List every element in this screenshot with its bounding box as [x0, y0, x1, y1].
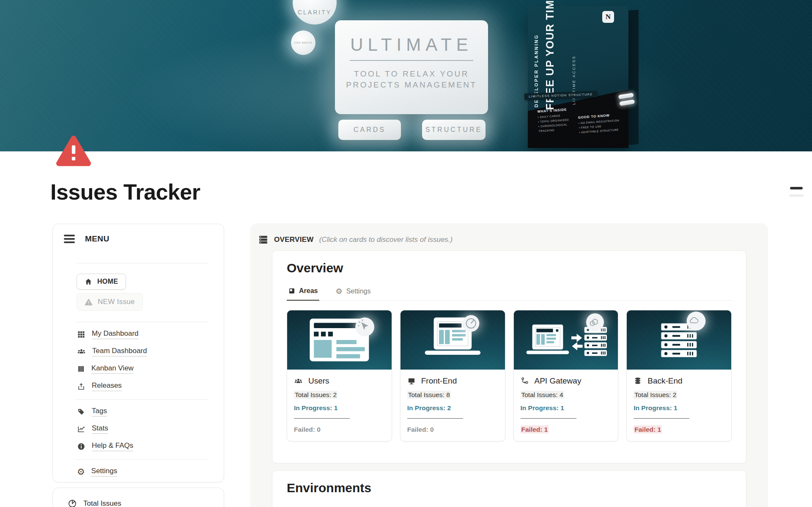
tab-settings[interactable]: ⚙ Settings [334, 288, 372, 300]
area-card-front-end[interactable]: Front-End Total Issues: 8 In Progress: 2… [400, 310, 505, 441]
hamburger-icon[interactable] [64, 235, 75, 243]
in-progress-stat: In Progress: 1 [294, 404, 385, 412]
area-card-name: Users [308, 376, 329, 386]
clarity-bubble-label: CLARITY [298, 9, 332, 16]
tab-areas[interactable]: Areas [287, 287, 319, 301]
front-end-illustration [401, 310, 505, 370]
hero-cards-button: CARDS [338, 120, 401, 140]
second-brain-bubble-label: 2ND BRAIN [294, 41, 313, 44]
notion-logo: N [602, 11, 614, 23]
area-card-name: API Gateway [535, 376, 582, 386]
users-icon [294, 377, 303, 386]
stat-divider [634, 418, 689, 419]
sidebar-item-label: My Dashboard [92, 329, 139, 339]
menu-title: MENU [85, 234, 110, 244]
failed-stat: Failed: 1 [521, 425, 549, 433]
server-list-icon [258, 234, 269, 245]
areas-icon [288, 288, 295, 294]
api-gateway-illustration [514, 310, 618, 370]
failed-stat: Failed: 0 [407, 426, 498, 433]
sidebar-item-releases[interactable]: Releases [53, 378, 224, 395]
total-issues-card[interactable]: Total Issues [52, 488, 224, 507]
share-up-icon [77, 382, 85, 391]
section-label: OVERVIEW [274, 236, 314, 244]
area-card-api-gateway[interactable]: API Gateway Total Issues: 4 In Progress:… [513, 310, 619, 441]
divider [76, 459, 209, 460]
area-card-back-end[interactable]: Back-End Total Issues: 2 In Progress: 1 … [626, 310, 732, 441]
sidebar-item-label: Stats [92, 424, 108, 434]
environments-title: Environments [287, 481, 732, 495]
stat-divider [294, 418, 350, 419]
second-brain-bubble: 2ND BRAIN [291, 30, 315, 55]
sidebar-item-my-dashboard[interactable]: My Dashboard [53, 326, 224, 343]
environments-card: Environments [272, 470, 746, 507]
divider [76, 399, 209, 400]
clarity-bubble: CLARITY [293, 0, 337, 25]
total-issues-stat: Total Issues: 4 [521, 391, 564, 399]
collapse-handle-shadow [789, 195, 804, 197]
hero-card: ULTIMATE TOOL TO RELAX YOUR PROJECTS MAN… [335, 20, 488, 114]
total-issues-label: Total Issues [83, 499, 121, 507]
stat-divider [407, 418, 463, 419]
menu-card: MENU HOME NEW Issue My Dashboard Team Da… [52, 224, 224, 482]
product-box-front: N DEVELOPER PLANNING FREE UP YOUR TIME L… [528, 6, 628, 148]
sidebar-item-label: Help & FAQs [92, 441, 133, 451]
overview-card: Overview Areas ⚙ Settings [272, 250, 746, 463]
tab-areas-label: Areas [299, 287, 318, 295]
hero-structure-button: STRUCTURE [422, 120, 486, 140]
sidebar-item-label: Settings [91, 467, 117, 477]
kanban-icon [77, 365, 85, 373]
in-progress-stat: In Progress: 1 [634, 404, 724, 412]
area-cards-grid: Users Total Issues: 2 In Progress: 1 Fai… [287, 310, 732, 441]
sidebar-item-label: Tags [92, 407, 107, 417]
sidebar-item-settings[interactable]: ⚙ Settings [53, 463, 224, 480]
total-issues-stat: Total Issues: 8 [407, 391, 451, 399]
home-icon [85, 278, 92, 285]
main-panel: OVERVIEW (Click on cards to discover lis… [250, 223, 768, 507]
tag-icon [77, 408, 85, 416]
collapse-handle[interactable] [790, 187, 803, 189]
area-card-users[interactable]: Users Total Issues: 2 In Progress: 1 Fai… [287, 310, 392, 441]
sidebar-item-label: Kanban View [91, 364, 134, 374]
in-progress-stat: In Progress: 1 [521, 404, 612, 412]
sidebar-item-kanban-view[interactable]: Kanban View [53, 360, 224, 378]
overview-tabs: Areas ⚙ Settings [287, 287, 732, 301]
product-box-side [628, 10, 639, 145]
users-illustration [287, 310, 392, 370]
pie-chart-icon [68, 499, 77, 507]
hero-subtitle-line1: TOOL TO RELAX YOUR [335, 69, 488, 79]
box-good-to-know-list: GOOD TO KNOW NO EMAIL REGISTRATION FREE … [578, 112, 623, 134]
stat-divider [521, 418, 576, 419]
area-card-name: Front-End [421, 376, 457, 386]
total-issues-stat: Total Issues: 2 [634, 391, 677, 399]
area-card-name: Back-End [647, 376, 682, 386]
hero-divider [350, 60, 473, 61]
in-progress-stat: In Progress: 2 [407, 404, 498, 412]
new-issue-button-label: NEW Issue [98, 298, 135, 306]
gear-icon: ⚙ [335, 288, 342, 295]
failed-stat: Failed: 0 [294, 426, 385, 433]
stats-icon [77, 425, 85, 433]
database-icon [634, 377, 642, 385]
divider [76, 322, 209, 322]
page-warning-icon [54, 134, 93, 167]
back-end-illustration [627, 310, 731, 370]
box-whats-inside-list: WHAT'S INSIDE DAILY CARDS TOPIC ORGANISE… [537, 107, 581, 134]
total-issues-stat: Total Issues: 2 [294, 391, 337, 399]
gear-icon: ⚙ [77, 467, 85, 476]
sidebar-item-tags[interactable]: Tags [53, 403, 224, 420]
cover-banner: CLARITY 2ND BRAIN ULTIMATE TOOL TO RELAX… [0, 0, 812, 151]
home-button[interactable]: HOME [77, 274, 126, 290]
grid-icon [77, 330, 85, 339]
page-title: Issues Tracker [50, 179, 200, 205]
sidebar-item-team-dashboard[interactable]: Team Dashboard [53, 343, 224, 360]
hero-subtitle-line2: PROJECTS MANAGEMENT [335, 79, 488, 90]
info-icon [77, 442, 85, 451]
sidebar-item-help-faqs[interactable]: Help & FAQs [53, 438, 224, 455]
new-issue-button[interactable]: NEW Issue [77, 293, 143, 311]
sidebar-item-label: Team Dashboard [92, 347, 147, 356]
sidebar-item-stats[interactable]: Stats [53, 420, 224, 438]
section-note: (Click on cards to discover lists of iss… [319, 236, 453, 244]
overview-title: Overview [287, 261, 732, 275]
api-flow-icon [521, 377, 529, 385]
